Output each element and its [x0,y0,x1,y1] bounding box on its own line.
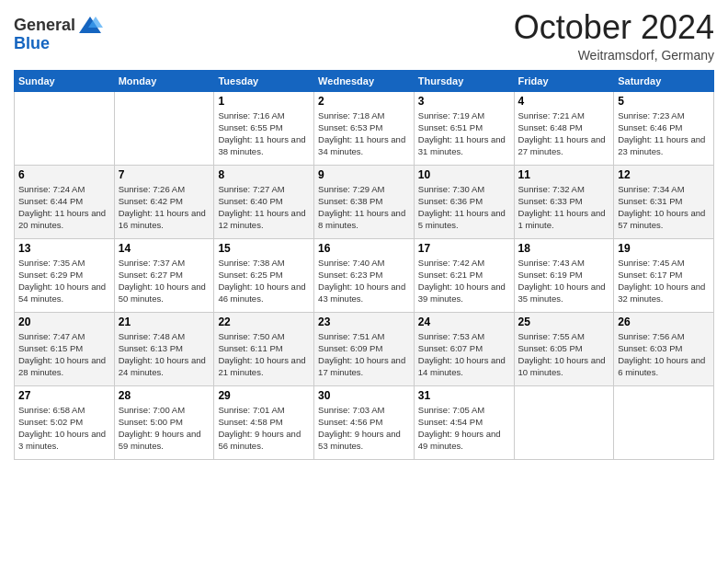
day-number: 3 [418,95,510,108]
day-number: 15 [218,242,310,255]
day-number: 7 [119,168,210,181]
logo-general-text: General [14,17,75,35]
location: Weitramsdorf, Germany [514,48,714,63]
calendar-cell: 9Sunrise: 7:29 AMSunset: 6:38 PMDaylight… [314,165,415,238]
day-info: Sunrise: 7:38 AMSunset: 6:25 PMDaylight:… [218,257,310,305]
logo-icon [77,13,103,39]
day-number: 21 [119,316,210,328]
day-number: 14 [119,242,210,255]
calendar-cell: 21Sunrise: 7:48 AMSunset: 6:13 PMDayligh… [114,312,214,385]
calendar-cell: 19Sunrise: 7:45 AMSunset: 6:17 PMDayligh… [614,238,714,312]
col-friday: Friday [514,70,614,91]
calendar-cell: 18Sunrise: 7:43 AMSunset: 6:19 PMDayligh… [514,238,614,312]
day-number: 12 [618,168,710,181]
day-info: Sunrise: 7:16 AMSunset: 6:55 PMDaylight:… [218,109,310,158]
day-info: Sunrise: 7:56 AMSunset: 6:03 PMDaylight:… [618,330,710,379]
day-info: Sunrise: 7:24 AMSunset: 6:44 PMDaylight:… [18,183,110,232]
day-number: 11 [518,168,610,181]
day-info: Sunrise: 7:23 AMSunset: 6:46 PMDaylight:… [618,109,710,158]
day-number: 17 [418,242,510,255]
day-info: Sunrise: 7:48 AMSunset: 6:13 PMDaylight:… [119,330,210,379]
calendar-cell: 26Sunrise: 7:56 AMSunset: 6:03 PMDayligh… [614,312,714,385]
day-info: Sunrise: 7:27 AMSunset: 6:40 PMDaylight:… [218,183,310,232]
day-number: 29 [218,389,310,402]
calendar-week-2: 6Sunrise: 7:24 AMSunset: 6:44 PMDaylight… [15,165,714,238]
day-info: Sunrise: 7:19 AMSunset: 6:51 PMDaylight:… [418,109,510,158]
day-info: Sunrise: 7:37 AMSunset: 6:27 PMDaylight:… [119,257,210,305]
day-number: 1 [218,95,310,108]
calendar-cell: 17Sunrise: 7:42 AMSunset: 6:21 PMDayligh… [414,238,514,312]
calendar-cell [614,385,714,459]
day-number: 2 [318,95,410,108]
calendar-cell: 13Sunrise: 7:35 AMSunset: 6:29 PMDayligh… [15,238,115,312]
calendar-week-3: 13Sunrise: 7:35 AMSunset: 6:29 PMDayligh… [15,238,714,312]
day-number: 24 [418,316,510,328]
col-thursday: Thursday [414,70,514,91]
day-info: Sunrise: 7:30 AMSunset: 6:36 PMDaylight:… [418,183,510,232]
calendar-cell: 7Sunrise: 7:26 AMSunset: 6:42 PMDaylight… [114,165,214,238]
day-number: 6 [18,168,110,181]
day-number: 22 [218,316,310,328]
calendar-table: Sunday Monday Tuesday Wednesday Thursday… [14,70,714,460]
day-info: Sunrise: 7:47 AMSunset: 6:15 PMDaylight:… [18,330,110,379]
day-number: 10 [418,168,510,181]
calendar-cell: 30Sunrise: 7:03 AMSunset: 4:56 PMDayligh… [314,385,415,459]
day-number: 4 [518,95,610,108]
calendar-cell: 15Sunrise: 7:38 AMSunset: 6:25 PMDayligh… [214,238,314,312]
day-info: Sunrise: 7:26 AMSunset: 6:42 PMDaylight:… [119,183,210,232]
col-monday: Monday [114,70,214,91]
day-number: 13 [18,242,110,255]
calendar-week-5: 27Sunrise: 6:58 AMSunset: 5:02 PMDayligh… [15,385,714,459]
day-info: Sunrise: 7:21 AMSunset: 6:48 PMDaylight:… [518,109,610,158]
calendar-cell: 1Sunrise: 7:16 AMSunset: 6:55 PMDaylight… [214,91,314,165]
day-info: Sunrise: 7:43 AMSunset: 6:19 PMDaylight:… [518,257,610,305]
calendar-cell: 23Sunrise: 7:51 AMSunset: 6:09 PMDayligh… [314,312,415,385]
calendar-cell: 11Sunrise: 7:32 AMSunset: 6:33 PMDayligh… [514,165,614,238]
day-info: Sunrise: 7:51 AMSunset: 6:09 PMDaylight:… [318,330,410,379]
col-saturday: Saturday [614,70,714,91]
calendar-cell: 25Sunrise: 7:55 AMSunset: 6:05 PMDayligh… [514,312,614,385]
day-info: Sunrise: 7:35 AMSunset: 6:29 PMDaylight:… [18,257,110,305]
day-info: Sunrise: 7:29 AMSunset: 6:38 PMDaylight:… [318,183,410,232]
day-number: 8 [218,168,310,181]
day-info: Sunrise: 7:32 AMSunset: 6:33 PMDaylight:… [518,183,610,232]
day-number: 26 [618,316,710,328]
calendar-cell: 29Sunrise: 7:01 AMSunset: 4:58 PMDayligh… [214,385,314,459]
calendar-cell [114,91,214,165]
col-wednesday: Wednesday [314,70,415,91]
calendar-cell: 2Sunrise: 7:18 AMSunset: 6:53 PMDaylight… [314,91,415,165]
calendar-cell: 4Sunrise: 7:21 AMSunset: 6:48 PMDaylight… [514,91,614,165]
title-area: October 2024 Weitramsdorf, Germany [514,9,714,63]
calendar-cell: 20Sunrise: 7:47 AMSunset: 6:15 PMDayligh… [15,312,115,385]
day-number: 19 [618,242,710,255]
calendar-cell: 22Sunrise: 7:50 AMSunset: 6:11 PMDayligh… [214,312,314,385]
page: General Blue October 2024 Weitramsdorf, … [0,0,728,563]
day-number: 20 [18,316,110,328]
calendar-cell: 8Sunrise: 7:27 AMSunset: 6:40 PMDaylight… [214,165,314,238]
day-info: Sunrise: 7:55 AMSunset: 6:05 PMDaylight:… [518,330,610,379]
col-sunday: Sunday [15,70,115,91]
calendar-cell: 5Sunrise: 7:23 AMSunset: 6:46 PMDaylight… [614,91,714,165]
calendar-cell [514,385,614,459]
calendar-cell: 24Sunrise: 7:53 AMSunset: 6:07 PMDayligh… [414,312,514,385]
calendar-cell: 10Sunrise: 7:30 AMSunset: 6:36 PMDayligh… [414,165,514,238]
day-number: 23 [318,316,410,328]
calendar-cell [15,91,115,165]
day-number: 25 [518,316,610,328]
calendar-cell: 14Sunrise: 7:37 AMSunset: 6:27 PMDayligh… [114,238,214,312]
month-title: October 2024 [514,9,714,46]
calendar-week-1: 1Sunrise: 7:16 AMSunset: 6:55 PMDaylight… [15,91,714,165]
calendar-cell: 28Sunrise: 7:00 AMSunset: 5:00 PMDayligh… [114,385,214,459]
day-info: Sunrise: 7:03 AMSunset: 4:56 PMDaylight:… [318,404,410,453]
day-info: Sunrise: 7:18 AMSunset: 6:53 PMDaylight:… [318,109,410,158]
calendar-week-4: 20Sunrise: 7:47 AMSunset: 6:15 PMDayligh… [15,312,714,385]
calendar-cell: 12Sunrise: 7:34 AMSunset: 6:31 PMDayligh… [614,165,714,238]
day-number: 9 [318,168,410,181]
calendar-header-row: Sunday Monday Tuesday Wednesday Thursday… [15,70,714,91]
calendar-cell: 16Sunrise: 7:40 AMSunset: 6:23 PMDayligh… [314,238,415,312]
day-info: Sunrise: 7:34 AMSunset: 6:31 PMDaylight:… [618,183,710,232]
day-info: Sunrise: 7:40 AMSunset: 6:23 PMDaylight:… [318,257,410,305]
col-tuesday: Tuesday [214,70,314,91]
day-info: Sunrise: 7:01 AMSunset: 4:58 PMDaylight:… [218,404,310,453]
day-info: Sunrise: 7:53 AMSunset: 6:07 PMDaylight:… [418,330,510,379]
